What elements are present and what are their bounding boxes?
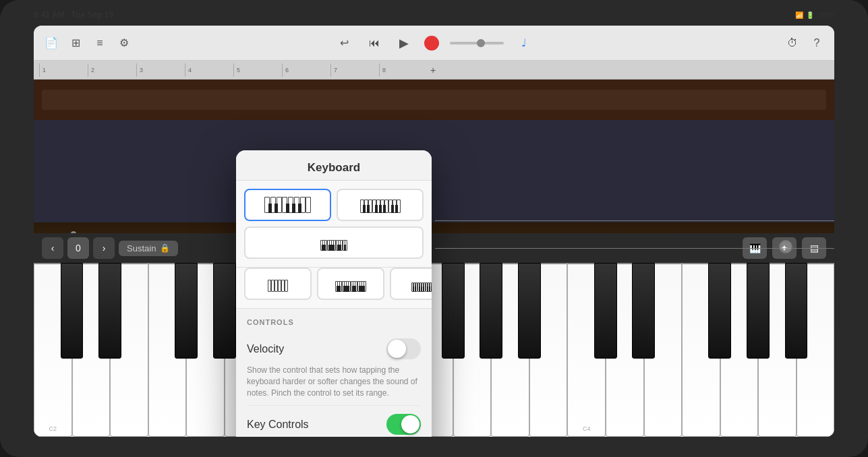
keyboard-size-small-a[interactable]: [244, 268, 312, 300]
modal-title: Keyboard: [308, 161, 360, 174]
keyboard-size-medium[interactable]: [244, 226, 424, 259]
ruler-mark-6: 6: [282, 63, 330, 77]
status-bar: 9:41 AM Tue Sep 15 📶 🔋 100%: [34, 8, 834, 22]
arpeggio-mode-button[interactable]: ✦: [772, 237, 797, 259]
status-time: 9:41 AM Tue Sep 15: [34, 10, 113, 20]
keyboard-size-large[interactable]: [244, 189, 331, 221]
mixer-icon[interactable]: ≡: [90, 34, 109, 53]
app-area: 📄 ⊞ ≡ ⚙ ↩ ⏮ ▶ ♩ ⏱ ? 1: [34, 26, 834, 437]
ruler-mark-4: 4: [185, 63, 233, 77]
black-key-15[interactable]: [518, 263, 541, 359]
ruler: 1 2 3 4 5 6 7 8 +: [34, 61, 834, 80]
undo-icon[interactable]: ↩: [335, 34, 354, 53]
tracks-icon[interactable]: ⊞: [66, 34, 85, 53]
ruler-mark-3: 3: [136, 63, 185, 77]
tracks-area: [34, 80, 834, 222]
modal-title-bar: Keyboard: [236, 150, 432, 181]
black-key-03[interactable]: [175, 263, 198, 359]
black-key-01[interactable]: [98, 263, 121, 359]
ruler-mark-8: 8: [379, 63, 428, 77]
black-key-13[interactable]: [442, 263, 465, 359]
black-key-20[interactable]: [594, 263, 617, 359]
keyboard-size-medium-large[interactable]: [337, 189, 424, 221]
black-key-00[interactable]: [61, 263, 84, 359]
velocity-row: Velocity: [247, 333, 421, 365]
rewind-icon[interactable]: ⏮: [365, 34, 384, 53]
help-icon[interactable]: ?: [807, 34, 826, 53]
metronome-icon[interactable]: ♩: [515, 34, 533, 53]
key-controls-label: Key Controls: [247, 419, 309, 431]
new-track-icon[interactable]: 📄: [42, 34, 61, 53]
keyboard-mode-button[interactable]: 🎹: [743, 237, 767, 259]
battery-percent: 100%: [817, 11, 834, 19]
keyboard-size-small-c[interactable]: [390, 268, 432, 300]
black-key-24[interactable]: [747, 263, 770, 359]
chord-mode-button[interactable]: ▤: [802, 237, 826, 259]
timer-icon[interactable]: ⏱: [783, 34, 802, 53]
piano-toolbar: ‹ 0 › Sustain 🔒 🎹 ✦ ▤: [34, 233, 834, 263]
controls-section-label: CONTROLS: [247, 318, 421, 326]
ruler-mark-2: 2: [88, 63, 136, 77]
keyboard-size-options: [236, 181, 432, 268]
keyboard-settings-modal[interactable]: Keyboard: [236, 150, 432, 437]
lock-icon: 🔒: [160, 243, 170, 253]
status-right: 📶 🔋 100%: [795, 11, 834, 19]
black-key-04[interactable]: [213, 263, 236, 359]
keyboard-size-small-b[interactable]: [317, 268, 384, 300]
black-key-14[interactable]: [480, 263, 502, 359]
octave-display: 0: [67, 237, 89, 259]
record-button[interactable]: [424, 36, 439, 51]
play-button[interactable]: ▶: [395, 34, 413, 53]
volume-slider[interactable]: [450, 42, 504, 44]
velocity-label: Velocity: [247, 343, 284, 355]
wifi-icon: 📶: [795, 11, 803, 19]
toolbar: 📄 ⊞ ≡ ⚙ ↩ ⏮ ▶ ♩ ⏱ ?: [34, 26, 834, 61]
ipad-frame: 📄 ⊞ ≡ ⚙ ↩ ⏮ ▶ ♩ ⏱ ? 1: [0, 0, 868, 457]
controls-section: CONTROLS Velocity Show the control that …: [236, 309, 432, 437]
key-controls-toggle[interactable]: [386, 414, 421, 435]
battery-icon: 🔋: [806, 11, 814, 19]
ruler-mark-5: 5: [233, 63, 282, 77]
ruler-mark-7: 7: [330, 63, 379, 77]
ruler-mark-1: 1: [39, 63, 88, 77]
prev-octave-button[interactable]: ‹: [42, 237, 63, 259]
key-controls-row: Key Controls: [247, 408, 421, 437]
next-octave-button[interactable]: ›: [93, 237, 115, 259]
black-key-25[interactable]: [785, 263, 808, 359]
black-key-23[interactable]: [708, 263, 731, 359]
piano-keys[interactable]: C2C3C4: [34, 263, 834, 437]
eq-icon[interactable]: ⚙: [115, 34, 134, 53]
black-key-21[interactable]: [632, 263, 655, 359]
sustain-button[interactable]: Sustain 🔒: [119, 241, 178, 256]
piano-wrapper: C2C3C4: [34, 263, 834, 437]
velocity-description: Show the control that sets how tapping t…: [247, 365, 421, 398]
velocity-toggle[interactable]: [386, 338, 421, 359]
